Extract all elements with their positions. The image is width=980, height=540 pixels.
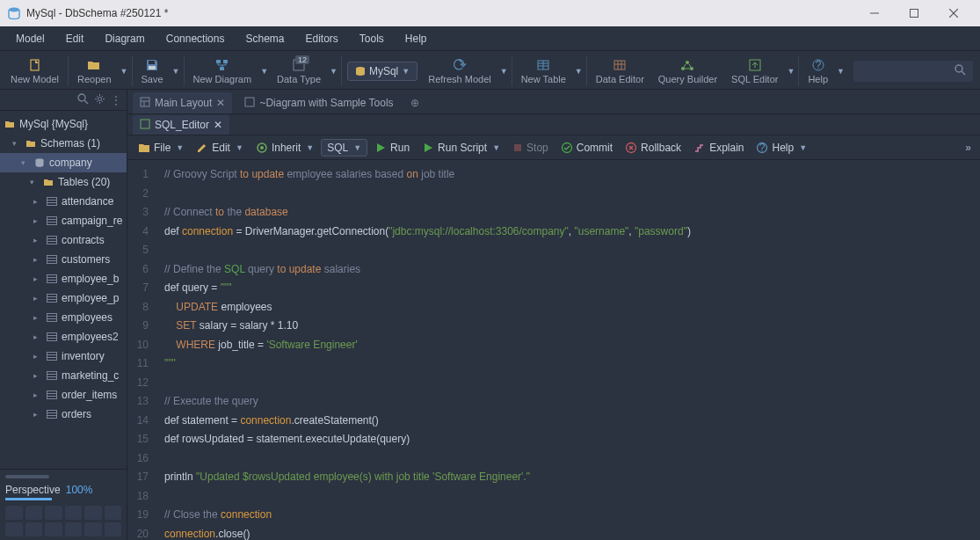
code-area[interactable]: // Groovy Script to update employee sala… (156, 160, 980, 540)
new-table-dropdown[interactable]: ▼ (573, 54, 584, 89)
tree-table-inventory[interactable]: ▸inventory (0, 347, 127, 366)
commit-button[interactable]: Commit (555, 140, 618, 156)
help-button[interactable]: ? Help (801, 54, 835, 89)
tree-root[interactable]: MySql {MySql} (0, 114, 127, 134)
thumbnail[interactable] (65, 506, 83, 520)
sidebar-settings-icon[interactable] (94, 93, 105, 107)
file-button[interactable]: File▼ (133, 140, 189, 156)
tree-table-order_items[interactable]: ▸order_items (0, 385, 127, 405)
expand-icon[interactable]: ▸ (33, 236, 42, 244)
tab-close-icon[interactable]: ✕ (214, 119, 222, 131)
collapse-icon[interactable]: ▾ (21, 158, 30, 167)
menu-connections[interactable]: Connections (156, 29, 236, 48)
sql-editor-button[interactable]: SQL Editor (724, 54, 785, 89)
new-diagram-button[interactable]: New Diagram (186, 54, 259, 89)
run-button[interactable]: Run (369, 140, 415, 156)
tab-sql-editor[interactable]: SQL_Editor ✕ (133, 115, 229, 135)
expand-icon[interactable]: ▸ (33, 352, 42, 361)
menu-diagram[interactable]: Diagram (94, 29, 155, 48)
expand-icon[interactable]: ▸ (33, 410, 42, 419)
minimize-button[interactable] (854, 0, 894, 26)
maximize-button[interactable] (894, 0, 933, 26)
menu-model[interactable]: Model (5, 29, 55, 48)
tree-table-customers[interactable]: ▸customers (0, 250, 127, 269)
expand-icon[interactable]: ▸ (33, 371, 42, 380)
edit-button[interactable]: Edit▼ (191, 140, 249, 156)
refresh-dropdown[interactable]: ▼ (498, 54, 510, 89)
expand-icon[interactable]: ▸ (33, 332, 42, 341)
data-editor-button[interactable]: Data Editor (589, 54, 651, 89)
sidebar-scrollbar[interactable] (5, 475, 49, 478)
tree-table-orders[interactable]: ▸orders (0, 405, 127, 424)
rollback-button[interactable]: Rollback (620, 140, 686, 156)
tab-main-layout[interactable]: Main Layout ✕ (133, 92, 232, 113)
thumbnail[interactable] (5, 522, 23, 536)
expand-icon[interactable]: ▸ (33, 197, 42, 206)
thumbnail[interactable] (25, 522, 43, 536)
expand-icon[interactable]: ▸ (33, 255, 42, 264)
tab-close-icon[interactable]: ✕ (216, 97, 225, 109)
thumbnail[interactable] (65, 522, 83, 536)
menu-help[interactable]: Help (395, 29, 438, 48)
thumbnail[interactable] (25, 506, 43, 520)
connection-selector[interactable]: MySql ▼ (347, 62, 417, 81)
query-builder-button[interactable]: Query Builder (651, 54, 724, 89)
thumbnail[interactable] (105, 506, 122, 520)
new-table-button[interactable]: New Table (514, 54, 573, 89)
thumbnail[interactable] (45, 506, 62, 520)
tree-db-company[interactable]: ▾ company (0, 153, 127, 172)
sidebar-menu-icon[interactable]: ⋮ (111, 94, 121, 106)
save-button[interactable]: Save (134, 54, 171, 89)
sql-lang-button[interactable]: SQL▼ (321, 139, 367, 157)
menu-editors[interactable]: Editors (294, 29, 348, 48)
inherit-button[interactable]: Inherit▼ (250, 140, 319, 156)
menu-schema[interactable]: Schema (235, 29, 294, 48)
menu-tools[interactable]: Tools (349, 29, 395, 48)
thumbnail[interactable] (5, 506, 23, 520)
thumbnail[interactable] (45, 522, 62, 536)
sql-editor-dropdown[interactable]: ▼ (785, 54, 796, 89)
data-type-button[interactable]: 12 Data Type (270, 54, 328, 89)
data-type-dropdown[interactable]: ▼ (328, 54, 339, 89)
refresh-model-button[interactable]: Refresh Model (421, 54, 498, 89)
add-tab-button[interactable]: ⊕ (406, 94, 424, 112)
collapse-icon[interactable]: ▾ (12, 139, 21, 148)
new-model-button[interactable]: New Model (4, 54, 66, 89)
run-script-button[interactable]: Run Script▼ (417, 140, 505, 156)
thumbnail[interactable] (105, 522, 122, 536)
code-editor[interactable]: 1234567891011121314151617181920 // Groov… (127, 160, 980, 540)
expand-icon[interactable]: ▸ (33, 274, 42, 283)
search-box[interactable] (853, 61, 973, 82)
save-dropdown[interactable]: ▼ (171, 54, 182, 89)
help-dropdown[interactable]: ▼ (835, 54, 846, 89)
perspective-bar[interactable] (5, 498, 121, 500)
sidebar-search-icon[interactable] (77, 93, 89, 107)
editor-help-button[interactable]: ?Help▼ (751, 140, 812, 156)
expand-icon[interactable]: ▸ (33, 390, 42, 399)
toolbar-overflow[interactable]: » (962, 142, 975, 154)
close-button[interactable] (933, 0, 973, 26)
reopen-button[interactable]: Reopen (70, 54, 119, 89)
new-diagram-dropdown[interactable]: ▼ (258, 54, 270, 89)
tree-table-employees2[interactable]: ▸employees2 (0, 327, 127, 347)
expand-icon[interactable]: ▸ (33, 294, 42, 303)
tab-diagram-sample[interactable]: ~Diagram with Sample Tools (237, 92, 400, 113)
tree-table-employee_p[interactable]: ▸employee_p (0, 288, 127, 308)
tree-table-marketing_c[interactable]: ▸marketing_c (0, 366, 127, 385)
thumbnail[interactable] (84, 522, 102, 536)
tree-table-attendance[interactable]: ▸attendance (0, 192, 127, 211)
tree-table-employee_b[interactable]: ▸employee_b (0, 269, 127, 288)
tree-tables[interactable]: ▾ Tables (20) (0, 172, 127, 192)
thumbnail[interactable] (84, 506, 102, 520)
tree-schemas[interactable]: ▾ Schemas (1) (0, 134, 127, 153)
stop-button[interactable]: Stop (507, 140, 554, 156)
explain-button[interactable]: Explain (688, 140, 749, 156)
reopen-dropdown[interactable]: ▼ (119, 54, 130, 89)
expand-icon[interactable]: ▸ (33, 216, 42, 225)
tree-table-employees[interactable]: ▸employees (0, 308, 127, 327)
expand-icon[interactable]: ▸ (33, 313, 42, 322)
tree-table-campaign_re[interactable]: ▸campaign_re (0, 211, 127, 230)
menu-edit[interactable]: Edit (55, 29, 95, 48)
tree-table-contracts[interactable]: ▸contracts (0, 230, 127, 250)
collapse-icon[interactable]: ▾ (30, 178, 39, 186)
